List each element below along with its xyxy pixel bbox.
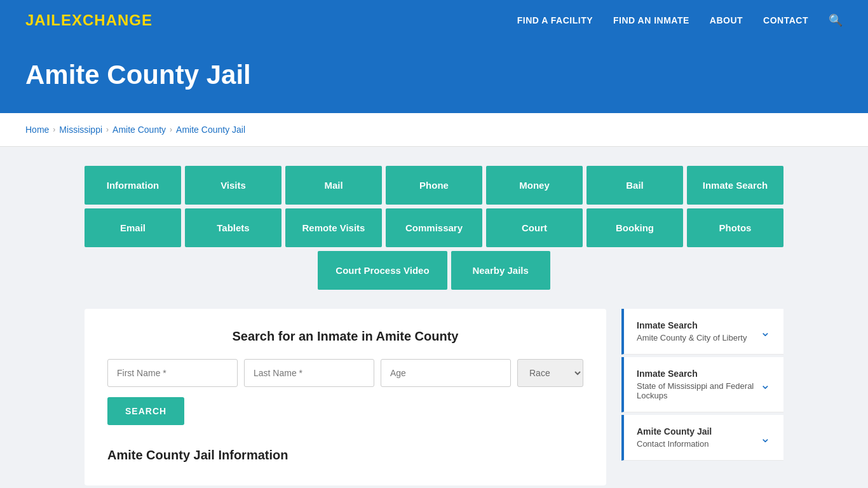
breadcrumb-mississippi[interactable]: Mississippi <box>59 125 102 135</box>
nav-contact[interactable]: CONTACT <box>763 15 808 25</box>
sidebar-item-2-subtitle: State of Mississippi and Federal Lockups <box>637 381 760 400</box>
logo-jail: JAIL <box>25 11 61 29</box>
logo[interactable]: JAILEXCHANGE <box>25 11 153 29</box>
sidebar-item-3[interactable]: Amite County Jail Contact Information ⌄ <box>621 415 783 461</box>
breadcrumb-amite-county[interactable]: Amite County <box>112 125 166 135</box>
button-row-2: Email Tablets Remote Visits Commissary C… <box>85 208 783 247</box>
navbar: JAILEXCHANGE FIND A FACILITY FIND AN INM… <box>0 0 868 41</box>
btn-mail[interactable]: Mail <box>285 166 382 205</box>
sidebar-item-1-subtitle: Amite County & City of Liberty <box>637 333 747 342</box>
sidebar: Inmate Search Amite County & City of Lib… <box>621 309 783 485</box>
btn-bail[interactable]: Bail <box>587 166 683 205</box>
btn-booking[interactable]: Booking <box>587 208 683 247</box>
sidebar-item-3-subtitle: Contact Information <box>637 439 712 449</box>
sidebar-item-2[interactable]: Inmate Search State of Mississippi and F… <box>621 357 783 412</box>
nav-find-inmate[interactable]: FIND AN INMATE <box>613 15 689 25</box>
breadcrumb-sep-1: › <box>53 125 55 134</box>
logo-exchange: EXCHANGE <box>61 11 153 29</box>
page-title: Amite County Jail <box>25 60 843 90</box>
btn-inmate-search[interactable]: Inmate Search <box>687 166 783 205</box>
first-name-input[interactable] <box>107 359 238 387</box>
search-fields: Race White Black Hispanic Asian Other <box>107 359 583 387</box>
age-input[interactable] <box>381 359 511 387</box>
btn-nearby-jails[interactable]: Nearby Jails <box>451 251 550 290</box>
sidebar-item-3-title: Amite County Jail <box>637 426 712 437</box>
btn-information[interactable]: Information <box>85 166 181 205</box>
chevron-down-icon-2: ⌄ <box>760 377 771 392</box>
race-select[interactable]: Race White Black Hispanic Asian Other <box>517 359 583 387</box>
breadcrumb: Home › Mississippi › Amite County › Amit… <box>0 113 868 147</box>
btn-tablets[interactable]: Tablets <box>185 208 281 247</box>
btn-photos[interactable]: Photos <box>687 208 783 247</box>
button-row-3: Court Process Video Nearby Jails <box>25 251 843 290</box>
chevron-down-icon-3: ⌄ <box>760 430 771 445</box>
nav-links: FIND A FACILITY FIND AN INMATE ABOUT CON… <box>517 13 843 27</box>
btn-money[interactable]: Money <box>486 166 583 205</box>
nav-about[interactable]: ABOUT <box>710 15 743 25</box>
breadcrumb-sep-2: › <box>106 125 109 134</box>
lower-section: Search for an Inmate in Amite County Rac… <box>85 309 783 485</box>
nav-find-facility[interactable]: FIND A FACILITY <box>517 15 593 25</box>
sidebar-item-1-title: Inmate Search <box>637 320 747 330</box>
btn-commissary[interactable]: Commissary <box>386 208 482 247</box>
search-button[interactable]: SEARCH <box>107 397 184 425</box>
btn-remote-visits[interactable]: Remote Visits <box>285 208 382 247</box>
hero-section: Amite County Jail <box>0 41 868 113</box>
search-title: Search for an Inmate in Amite County <box>107 329 583 344</box>
btn-court-process-video[interactable]: Court Process Video <box>318 251 447 290</box>
button-row-1: Information Visits Mail Phone Money Bail… <box>85 166 783 205</box>
breadcrumb-amite-county-jail[interactable]: Amite County Jail <box>176 125 245 135</box>
btn-court[interactable]: Court <box>486 208 583 247</box>
last-name-input[interactable] <box>244 359 374 387</box>
content-area: Information Visits Mail Phone Money Bail… <box>0 147 868 488</box>
search-box: Search for an Inmate in Amite County Rac… <box>85 309 606 485</box>
btn-visits[interactable]: Visits <box>185 166 281 205</box>
btn-email[interactable]: Email <box>85 208 181 247</box>
sidebar-item-1[interactable]: Inmate Search Amite County & City of Lib… <box>621 309 783 355</box>
sidebar-item-2-title: Inmate Search <box>637 369 760 379</box>
breadcrumb-home[interactable]: Home <box>25 125 49 135</box>
btn-phone[interactable]: Phone <box>386 166 482 205</box>
chevron-down-icon-1: ⌄ <box>760 324 771 339</box>
breadcrumb-sep-3: › <box>170 125 172 134</box>
section-title: Amite County Jail Information <box>107 443 583 463</box>
search-icon[interactable]: 🔍 <box>829 13 843 27</box>
